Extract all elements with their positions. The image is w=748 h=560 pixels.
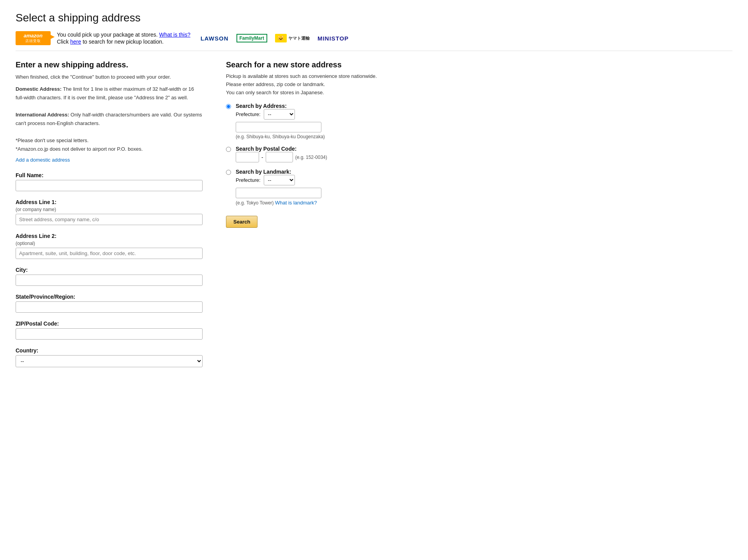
- address1-input[interactable]: [16, 214, 203, 225]
- landmark-prefecture-select[interactable]: --: [264, 175, 295, 185]
- left-column: Enter a new shipping address. When finis…: [16, 60, 203, 367]
- address2-label: Address Line 2:: [16, 233, 203, 239]
- city-group: City:: [16, 267, 203, 286]
- pickup-banner-text: You could pick up your package at stores…: [57, 32, 191, 45]
- search-by-postal-label: Search by Postal Code:: [236, 146, 327, 152]
- right-column: Search for a new store address Pickup is…: [226, 60, 732, 228]
- search-by-postal-content: Search by Postal Code: - (e.g. 152-0034): [236, 146, 327, 162]
- what-is-this-link[interactable]: What is this?: [159, 32, 191, 38]
- full-name-group: Full Name:: [16, 172, 203, 191]
- address2-group: Address Line 2: (optional): [16, 233, 203, 259]
- postal-hint: (e.g. 152-0034): [295, 155, 327, 160]
- search-by-address-radio[interactable]: [226, 104, 231, 109]
- address-hint: (e.g. Shibuya-ku, Shibuya-ku Dougenzaka): [236, 134, 325, 139]
- store-logos: LAWSON FamilyMart 🐱 ヤマト運輸 MINISTOP: [201, 34, 349, 42]
- section-divider: [16, 51, 732, 51]
- postal-separator: -: [261, 154, 263, 160]
- amazon-badge-logo: amazon: [24, 33, 42, 39]
- domestic-label: Domestic Address:: [16, 86, 62, 92]
- search-by-landmark-row: Search by Landmark: Prefecture: -- (e.g.…: [226, 169, 732, 206]
- main-content: Enter a new shipping address. When finis…: [16, 60, 732, 367]
- address2-sublabel: (optional): [16, 241, 203, 246]
- address1-group: Address Line 1: (or company name): [16, 199, 203, 225]
- search-by-address-content: Search by Address: Prefecture: -- (e.g. …: [236, 103, 325, 139]
- search-by-landmark-content: Search by Landmark: Prefecture: -- (e.g.…: [236, 169, 321, 206]
- ministop-logo: MINISTOP: [318, 35, 349, 42]
- landmark-hint-row: (e.g. Tokyo Tower) What is landmark?: [236, 200, 321, 206]
- store-search-title: Search for a new store address: [226, 60, 732, 69]
- page-title: Select a shipping address: [16, 12, 732, 24]
- address-prefecture-select[interactable]: --: [264, 109, 295, 120]
- address1-sublabel: (or company name): [16, 207, 203, 212]
- instructions-text: When finished, click the "Continue" butt…: [16, 73, 203, 81]
- amazon-store-badge: amazon 店頭受取: [16, 31, 51, 45]
- search-by-postal-row: Search by Postal Code: - (e.g. 152-0034): [226, 146, 732, 162]
- familymart-logo: FamilyMart: [236, 34, 267, 42]
- state-input[interactable]: [16, 301, 203, 313]
- full-name-input[interactable]: [16, 180, 203, 191]
- note2: *Amazon.co.jp does not deliver to airpor…: [16, 145, 203, 153]
- here-link[interactable]: here: [70, 39, 81, 45]
- search-by-landmark-radio[interactable]: [226, 170, 231, 175]
- address-text-input[interactable]: [236, 122, 321, 132]
- address-notes: Domestic Address: The limit for 1 line i…: [16, 85, 203, 165]
- what-is-landmark-link[interactable]: What is landmark?: [275, 200, 317, 206]
- address1-label: Address Line 1:: [16, 199, 203, 205]
- store-search-desc: Pickup is available at stores such as co…: [226, 72, 732, 97]
- zip-label: ZIP/Postal Code:: [16, 321, 203, 327]
- landmark-prefecture-label: Prefecture:: [236, 177, 261, 183]
- city-input[interactable]: [16, 275, 203, 286]
- address-input-row: [236, 122, 325, 132]
- lawson-logo: LAWSON: [201, 35, 229, 42]
- landmark-text-input[interactable]: [236, 188, 321, 198]
- search-by-postal-radio[interactable]: [226, 147, 231, 152]
- yamato-icon: 🐱: [275, 34, 287, 42]
- landmark-prefecture-row: Prefecture: --: [236, 175, 321, 185]
- search-by-address-label: Search by Address:: [236, 103, 325, 109]
- pickup-line1: You could pick up your package at stores…: [57, 32, 191, 38]
- country-select[interactable]: --: [16, 355, 203, 367]
- country-label: Country:: [16, 347, 203, 354]
- state-group: State/Province/Region:: [16, 294, 203, 313]
- add-domestic-link[interactable]: Add a domestic address: [16, 156, 70, 164]
- amazon-badge-sub: 店頭受取: [25, 39, 41, 44]
- international-label: International Address:: [16, 112, 69, 118]
- country-group: Country: --: [16, 347, 203, 367]
- zip-group: ZIP/Postal Code:: [16, 321, 203, 340]
- prefecture-row: Prefecture: --: [236, 109, 325, 120]
- search-by-landmark-label: Search by Landmark:: [236, 169, 321, 175]
- new-address-title: Enter a new shipping address.: [16, 60, 203, 69]
- full-name-label: Full Name:: [16, 172, 203, 178]
- zip-input[interactable]: [16, 328, 203, 340]
- pickup-banner: amazon 店頭受取 You could pick up your packa…: [16, 31, 732, 45]
- search-by-address-row: Search by Address: Prefecture: -- (e.g. …: [226, 103, 732, 139]
- postal-code-part1[interactable]: [236, 152, 259, 162]
- postal-input-row: - (e.g. 152-0034): [236, 152, 327, 162]
- city-label: City:: [16, 267, 203, 273]
- prefecture-label: Prefecture:: [236, 111, 261, 117]
- search-button[interactable]: Search: [226, 216, 258, 228]
- pickup-line2: Click here to search for new pickup loca…: [57, 39, 191, 45]
- note1: *Please don't use special letters.: [16, 136, 203, 145]
- landmark-input-row: [236, 188, 321, 198]
- postal-code-part2[interactable]: [266, 152, 293, 162]
- yamato-logo: 🐱 ヤマト運輸: [275, 34, 310, 42]
- state-label: State/Province/Region:: [16, 294, 203, 300]
- address2-input[interactable]: [16, 248, 203, 259]
